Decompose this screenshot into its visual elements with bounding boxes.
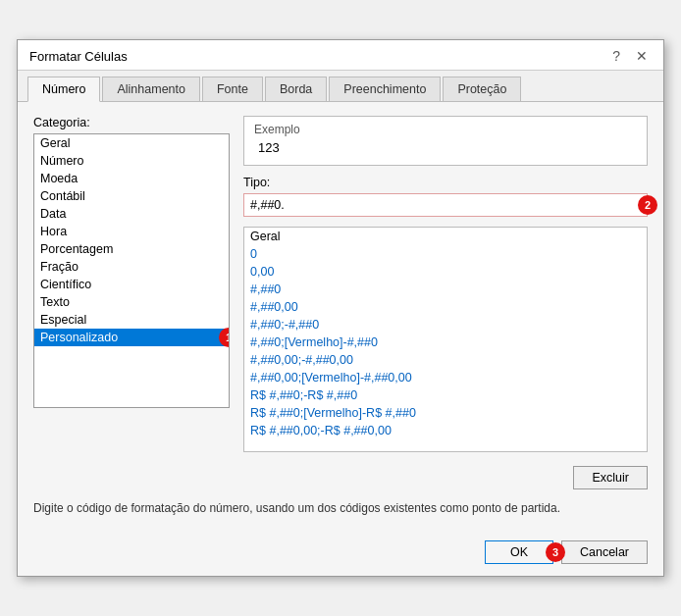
footer-row: OK 3 Cancelar [33,535,648,564]
dialog-title: Formatar Células [29,49,128,64]
tab-bar: Número Alinhamento Fonte Borda Preenchim… [18,71,663,102]
list-item[interactable]: Texto [34,293,229,311]
list-item[interactable]: Fração [34,258,229,276]
list-item[interactable]: Científico [34,276,229,293]
format-item[interactable]: R$ #,##0;[Vermelho]-R$ #,##0 [244,404,647,422]
format-item[interactable]: 0 [244,245,647,263]
left-panel: Categoria: Geral Número Moeda Contábil D… [33,116,230,489]
type-input-wrapper: 2 [243,193,648,217]
example-value: 123 [254,140,637,155]
tab-borda[interactable]: Borda [265,77,327,101]
badge-2: 2 [638,195,657,215]
close-button[interactable]: ✕ [632,48,652,64]
format-item[interactable]: #,##0 [244,281,647,298]
main-area: Categoria: Geral Número Moeda Contábil D… [33,116,648,489]
format-item[interactable]: #,##0,00;-#,##0,00 [244,351,647,369]
format-cells-dialog: Formatar Células ? ✕ Número Alinhamento … [17,39,664,577]
list-item[interactable]: Data [34,205,229,223]
list-item-personalizado[interactable]: Personalizado 1 [34,329,229,346]
badge-1: 1 [219,328,230,347]
dialog-content: Categoria: Geral Número Moeda Contábil D… [18,102,663,576]
title-bar-buttons: ? ✕ [608,48,652,64]
delete-button-row: Excluir [243,466,648,489]
list-item[interactable]: Geral [34,134,229,152]
tab-preenchimento[interactable]: Preenchimento [329,77,441,101]
format-item-geral[interactable]: Geral [244,228,647,245]
list-item[interactable]: Porcentagem [34,240,229,258]
type-label: Tipo: [243,176,648,189]
list-item-hora[interactable]: Hora [34,223,229,240]
format-item[interactable]: R$ #,##0,00;-R$ #,##0,00 [244,422,647,439]
ok-button-wrapper: OK 3 [485,540,553,564]
ok-button[interactable]: OK [485,540,553,564]
list-item[interactable]: Moeda [34,170,229,187]
list-item[interactable]: Especial [34,311,229,329]
tab-numero[interactable]: Número [27,77,100,102]
list-item[interactable]: Contábil [34,187,229,205]
format-item[interactable]: #,##0;[Vermelho]-#,##0 [244,334,647,351]
format-item[interactable]: R$ #,##0;-R$ #,##0 [244,386,647,404]
type-section: Tipo: 2 [243,176,648,217]
badge-3: 3 [546,542,565,562]
title-bar: Formatar Células ? ✕ [18,40,663,71]
type-input[interactable] [243,193,648,217]
hint-text: Digite o código de formatação do número,… [33,499,648,517]
format-item[interactable]: #,##0,00 [244,298,647,316]
cancel-button[interactable]: Cancelar [561,540,648,564]
example-box: Exemplo 123 [243,116,648,166]
format-listbox[interactable]: Geral 0 0,00 #,##0 #,##0,00 #,##0;-#,##0… [243,227,648,452]
category-listbox[interactable]: Geral Número Moeda Contábil Data Hora Po… [33,133,230,408]
list-item[interactable]: Número [34,152,229,170]
right-panel: Exemplo 123 Tipo: 2 Geral 0 0,00 #,## [243,116,648,489]
category-label: Categoria: [33,116,230,129]
format-item[interactable]: 0,00 [244,263,647,281]
format-item[interactable]: #,##0;-#,##0 [244,316,647,334]
format-item[interactable]: #,##0,00;[Vermelho]-#,##0,00 [244,369,647,386]
tab-protecao[interactable]: Proteção [443,77,521,101]
example-label: Exemplo [254,123,637,136]
delete-button[interactable]: Excluir [573,466,648,489]
tab-fonte[interactable]: Fonte [202,77,263,101]
help-button[interactable]: ? [608,48,624,64]
tab-alinhamento[interactable]: Alinhamento [102,77,200,101]
